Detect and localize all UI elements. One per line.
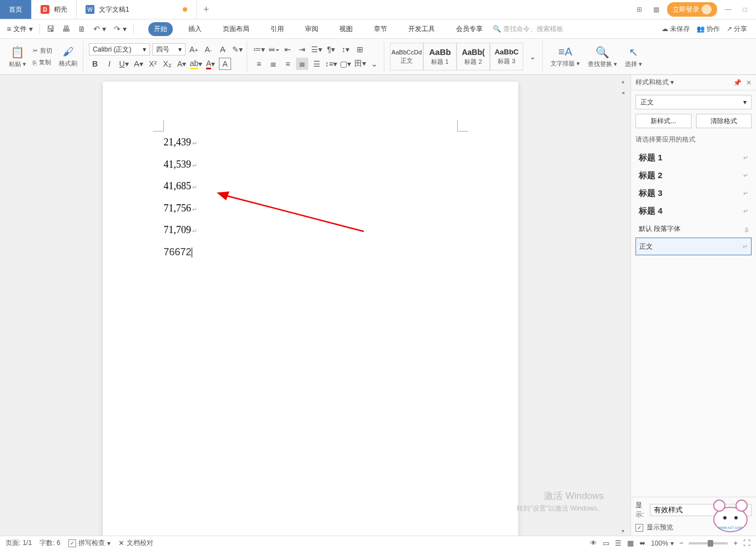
cut-button[interactable]: ✂剪切 xyxy=(32,46,53,56)
fullscreen-icon[interactable]: ⛶ xyxy=(743,539,750,547)
undo-button[interactable]: ↶▾ xyxy=(90,22,109,36)
collapse-handle-top[interactable]: ▴ xyxy=(622,78,629,86)
current-style-select[interactable]: 正文▾ xyxy=(635,95,752,109)
ribbon-tab-section[interactable]: 章节 xyxy=(368,22,393,36)
show-marks-button[interactable]: ¶▾ xyxy=(325,43,337,55)
style-heading2[interactable]: AaBb(标题 2 xyxy=(457,43,490,70)
doc-line[interactable]: 71,709 xyxy=(164,219,457,241)
bold-button[interactable]: B xyxy=(89,58,101,70)
minimize-button[interactable]: — xyxy=(723,4,734,15)
login-button[interactable]: 立即登录 xyxy=(667,2,717,17)
ribbon-tab-insert[interactable]: 插入 xyxy=(183,22,207,36)
ribbon-tab-view[interactable]: 视图 xyxy=(334,22,358,36)
char-border-button[interactable]: A xyxy=(219,58,231,70)
view-page-icon[interactable]: ▭ xyxy=(603,539,609,547)
new-style-button[interactable]: 新样式... xyxy=(635,114,692,128)
reading-mode-icon[interactable]: 👁 xyxy=(590,539,597,547)
find-replace-button[interactable]: 🔍查找替换 ▾ xyxy=(585,44,619,69)
ribbon-tab-reference[interactable]: 引用 xyxy=(265,22,289,36)
view-outline-icon[interactable]: ☰ xyxy=(615,539,622,547)
zoom-slider[interactable] xyxy=(689,542,728,544)
zoom-level[interactable]: 100% ▾ xyxy=(651,539,674,547)
style-list-item-default-font[interactable]: 默认 段落字体a xyxy=(635,220,752,238)
sort-button[interactable]: ☰▾ xyxy=(311,43,323,55)
copy-button[interactable]: ⎘复制 xyxy=(32,57,53,68)
shading-button[interactable]: ▢▾ xyxy=(339,58,352,70)
redo-button[interactable]: ↷▾ xyxy=(111,22,130,36)
tab-document-active[interactable]: W 文字文稿1 xyxy=(77,0,197,19)
command-search-input[interactable]: 🔍 查找命令、搜索模板 xyxy=(489,23,566,35)
format-painter-button[interactable]: 🖌格式刷 xyxy=(57,44,79,69)
increase-indent-button[interactable]: ⇥ xyxy=(296,43,308,55)
spell-check-toggle[interactable]: ✓拼写检查 ▾ xyxy=(68,538,111,548)
doc-line[interactable]: 76672 xyxy=(164,241,457,264)
select-button[interactable]: ↖选择 ▾ xyxy=(623,44,644,69)
tab-home[interactable]: 首页 xyxy=(0,0,32,19)
style-heading1[interactable]: AaBb标题 1 xyxy=(423,43,457,70)
align-right-button[interactable]: ≡ xyxy=(282,58,294,70)
word-count[interactable]: 字数: 6 xyxy=(39,538,60,548)
zoom-out-button[interactable]: − xyxy=(679,539,684,547)
increase-font-button[interactable]: A+ xyxy=(188,43,200,55)
style-list-item-h4[interactable]: 标题 4↵ xyxy=(635,202,752,220)
distribute-button[interactable]: ☰ xyxy=(311,58,323,70)
text-direction-button[interactable]: ↕▾ xyxy=(339,43,352,55)
document-proof-button[interactable]: ✕文档校对 xyxy=(118,538,153,548)
number-list-button[interactable]: ⩸▾ xyxy=(267,43,279,55)
justify-button[interactable]: ≣ xyxy=(296,58,308,70)
line-spacing-button[interactable]: ↕≡▾ xyxy=(325,58,337,70)
print-button[interactable]: 🖶 xyxy=(59,22,73,36)
pin-icon[interactable]: 📌 xyxy=(733,79,742,87)
decrease-indent-button[interactable]: ⇤ xyxy=(282,43,294,55)
save-button[interactable]: 🖫 xyxy=(43,22,58,36)
collapse-handle[interactable]: ◂ xyxy=(622,89,629,97)
maximize-button[interactable]: □ xyxy=(739,4,750,15)
decrease-font-button[interactable]: A- xyxy=(202,43,214,55)
ribbon-tab-review[interactable]: 审阅 xyxy=(299,22,324,36)
ribbon-tab-developer[interactable]: 开发工具 xyxy=(403,22,440,36)
unsaved-indicator[interactable]: ☁未保存 xyxy=(662,24,690,34)
file-menu-button[interactable]: ≡文件▾ xyxy=(3,22,36,36)
paragraph-settings-button[interactable]: ⌄ xyxy=(368,58,380,70)
clear-format-button[interactable]: 清除格式 xyxy=(696,114,752,128)
document-page[interactable]: 21,439 41,539 41,685 71,756 71,709 76672 xyxy=(103,82,518,536)
style-list-item-h2[interactable]: 标题 2↵ xyxy=(635,166,752,184)
text-layout-button[interactable]: ≡A文字排版 ▾ xyxy=(548,44,582,69)
tab-add-button[interactable]: + xyxy=(197,0,216,19)
ribbon-tab-start[interactable]: 开始 xyxy=(148,22,173,36)
doc-line[interactable]: 21,439 xyxy=(164,132,457,154)
clear-formatting-button[interactable]: A̶ xyxy=(217,43,229,55)
subscript-button[interactable]: X₂ xyxy=(161,58,173,70)
change-case-button[interactable]: ✎▾ xyxy=(231,43,243,55)
tab-docer[interactable]: D 稻壳 xyxy=(32,0,77,19)
underline-button[interactable]: U▾ xyxy=(118,58,130,70)
view-web-icon[interactable]: ▦ xyxy=(627,539,634,547)
style-list-item-h1[interactable]: 标题 1↵ xyxy=(635,149,752,166)
doc-line[interactable]: 41,539 xyxy=(164,154,457,176)
close-panel-icon[interactable]: ✕ xyxy=(746,79,752,87)
style-list-item-normal[interactable]: 正文↵ xyxy=(635,238,752,255)
collapse-handle-bottom[interactable]: ▾ xyxy=(622,528,629,536)
italic-button[interactable]: I xyxy=(103,58,116,70)
bullet-list-button[interactable]: ≔▾ xyxy=(253,43,265,55)
doc-line[interactable]: 41,685 xyxy=(164,175,457,198)
align-center-button[interactable]: ≣ xyxy=(267,58,279,70)
styles-expand-button[interactable]: ⌄ xyxy=(527,51,539,63)
style-list-item-h3[interactable]: 标题 3↵ xyxy=(635,184,752,202)
font-color-button[interactable]: A▾ xyxy=(204,58,217,70)
document-canvas[interactable]: 21,439 41,539 41,685 71,756 71,709 76672… xyxy=(0,75,620,536)
style-normal[interactable]: AaBbCcDd正文 xyxy=(390,43,423,70)
paste-button[interactable]: 📋粘贴 ▾ xyxy=(7,44,28,69)
collaborate-button[interactable]: 👥协作 xyxy=(697,24,720,34)
font-size-select[interactable]: 四号▾ xyxy=(152,43,186,55)
align-left-button[interactable]: ≡ xyxy=(253,58,265,70)
ribbon-tab-member[interactable]: 会员专享 xyxy=(450,22,488,36)
page-indicator[interactable]: 页面: 1/1 xyxy=(6,538,32,548)
doc-line[interactable]: 71,756 xyxy=(164,198,457,220)
ribbon-tab-layout[interactable]: 页面布局 xyxy=(217,22,255,36)
strikethrough-button[interactable]: A̶▾ xyxy=(132,58,144,70)
snap-button[interactable]: ⊞ xyxy=(354,43,366,55)
font-name-select[interactable]: Calibri (正文)▾ xyxy=(89,43,150,55)
zoom-in-button[interactable]: + xyxy=(733,539,738,547)
layout-switch-icon[interactable]: ⊞ xyxy=(634,4,645,15)
